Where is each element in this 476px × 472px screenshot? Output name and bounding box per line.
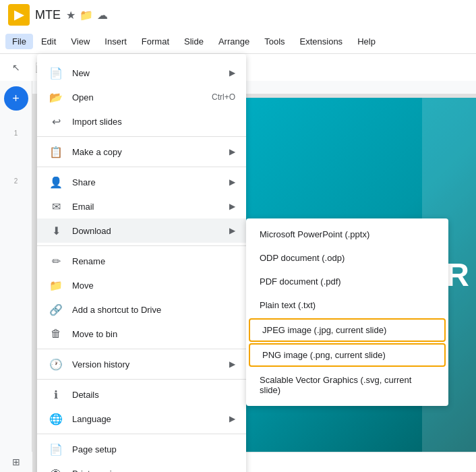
download-submenu: Microsoft PowerPoint (.pptx) ODP documen…: [246, 218, 448, 406]
new-icon: 📄: [48, 67, 64, 80]
title-bar: ▶ MTE ★ 📁 ☁: [0, 0, 476, 30]
download-jpg[interactable]: JPEG image (.jpg, current slide): [249, 318, 446, 342]
download-svg[interactable]: Scalable Vector Graphics (.svg, current …: [246, 368, 448, 402]
menu-bar: File Edit View Insert Format Slide Arran…: [0, 30, 476, 54]
menu-section-1: 📄 New ▶ 📂 Open Ctrl+O ↩ Import slides: [37, 58, 246, 137]
download-pptx[interactable]: Microsoft PowerPoint (.pptx): [246, 223, 448, 246]
folder-icon[interactable]: 📁: [80, 9, 93, 22]
menu-tools[interactable]: Tools: [258, 34, 291, 49]
version-icon: 🕐: [48, 358, 64, 371]
menu-share[interactable]: 👤 Share ▶: [37, 170, 246, 194]
menu-shortcut[interactable]: 🔗 Add a shortcut to Drive: [37, 297, 246, 322]
open-icon: 📂: [48, 91, 64, 104]
add-button[interactable]: +: [4, 86, 28, 111]
menu-section-4: ✏ Rename 📁 Move 🔗 Add a shortcut to Driv…: [37, 246, 246, 349]
rename-icon: ✏: [48, 255, 64, 268]
import-icon: ↩: [48, 115, 64, 128]
file-dropdown: 📄 New ▶ 📂 Open Ctrl+O ↩ Import slides 📋 …: [37, 54, 246, 472]
menu-section-7: 📄 Page setup 👁 Print preview 🖨 Print Ctr…: [37, 434, 246, 472]
download-odp[interactable]: ODP document (.odp): [246, 246, 448, 270]
menu-section-2: 📋 Make a copy ▶: [37, 137, 246, 167]
menu-slide[interactable]: Slide: [177, 34, 210, 49]
download-icon: ⬇: [48, 225, 64, 237]
menu-edit[interactable]: Edit: [34, 34, 63, 49]
download-png[interactable]: PNG image (.png, current slide): [249, 343, 446, 367]
menu-file[interactable]: File: [5, 34, 33, 49]
cursor-tool[interactable]: ↖: [5, 57, 27, 78]
left-sidebar: + 1 2: [0, 81, 32, 472]
grid-icon[interactable]: ⊞: [12, 456, 20, 467]
preview-icon: 👁: [48, 467, 64, 472]
menu-language[interactable]: 🌐 Language ▶: [37, 407, 246, 431]
menu-import[interactable]: ↩ Import slides: [37, 109, 246, 134]
menu-rename[interactable]: ✏ Rename: [37, 249, 246, 273]
menu-open[interactable]: 📂 Open Ctrl+O: [37, 85, 246, 109]
menu-section-3: 👤 Share ▶ ✉ Email ▶ ⬇ Download ▶ Microso…: [37, 167, 246, 246]
menu-details[interactable]: ℹ Details: [37, 382, 246, 407]
menu-email[interactable]: ✉ Email ▶: [37, 194, 246, 218]
menu-extensions[interactable]: Extensions: [293, 34, 350, 49]
menu-preview[interactable]: 👁 Print preview: [37, 461, 246, 472]
menu-pagesetup[interactable]: 📄 Page setup: [37, 437, 246, 461]
menu-section-6: ℹ Details 🌐 Language ▶: [37, 380, 246, 434]
app-icon: ▶: [8, 4, 30, 26]
menu-format[interactable]: Format: [135, 34, 176, 49]
menu-move[interactable]: 📁 Move: [37, 273, 246, 297]
menu-download[interactable]: ⬇ Download ▶ Microsoft PowerPoint (.pptx…: [37, 218, 246, 243]
email-icon: ✉: [48, 200, 64, 213]
shortcut-icon: 🔗: [48, 303, 64, 316]
menu-version[interactable]: 🕐 Version history ▶: [37, 352, 246, 376]
doc-title: MTE: [35, 8, 61, 22]
move-icon: 📁: [48, 279, 64, 292]
share-icon: 👤: [48, 176, 64, 189]
menu-view[interactable]: View: [64, 34, 96, 49]
menu-section-5: 🕐 Version history ▶: [37, 349, 246, 380]
menu-trash[interactable]: 🗑 Move to bin: [37, 322, 246, 346]
pagesetup-icon: 📄: [48, 443, 64, 456]
language-icon: 🌐: [48, 413, 64, 425]
trash-icon: 🗑: [48, 328, 64, 340]
cloud-icon[interactable]: ☁: [97, 9, 108, 22]
menu-new[interactable]: 📄 New ▶: [37, 61, 246, 85]
title-icons: ★ 📁 ☁: [66, 9, 108, 22]
details-icon: ℹ: [48, 388, 64, 401]
download-pdf[interactable]: PDF document (.pdf): [246, 270, 448, 293]
star-icon[interactable]: ★: [66, 9, 76, 22]
file-menu: 📄 New ▶ 📂 Open Ctrl+O ↩ Import slides 📋 …: [37, 54, 246, 472]
menu-copy[interactable]: 📋 Make a copy ▶: [37, 140, 246, 164]
copy-icon: 📋: [48, 146, 64, 158]
ruler-numbers: 1 2: [14, 129, 18, 185]
download-txt[interactable]: Plain text (.txt): [246, 293, 448, 317]
menu-arrange[interactable]: Arrange: [212, 34, 256, 49]
bottom-bar: ⊞: [0, 452, 32, 472]
menu-insert[interactable]: Insert: [98, 34, 133, 49]
menu-help[interactable]: Help: [351, 34, 382, 49]
